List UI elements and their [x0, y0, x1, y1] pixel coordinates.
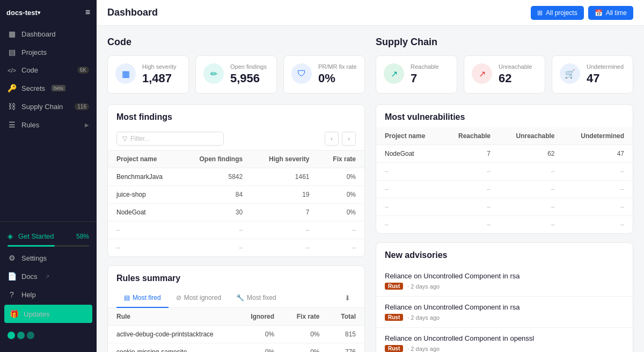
sidebar-item-get-started[interactable]: ◈ Get Started 58% [0, 227, 97, 245]
table-row[interactable]: NodeGoat 30 7 0% [108, 204, 364, 221]
logo [8, 332, 34, 339]
open-findings-icon: ✏ [203, 63, 224, 84]
page-title: Dashboard [107, 7, 158, 18]
next-button[interactable]: › [342, 132, 356, 146]
logo-area [0, 324, 97, 347]
cell-reach: – [442, 216, 499, 234]
sidebar-label-dashboard: Dashboard [21, 30, 56, 38]
supply-chain-badge: 116 [75, 103, 89, 110]
sidebar-label-projects: Projects [21, 48, 47, 56]
cell-open: – [181, 221, 251, 239]
cell-fix: – [318, 221, 364, 239]
cell-project: – [108, 221, 181, 239]
advisory-item[interactable]: Reliance on Uncontrolled Component in rs… [376, 297, 633, 328]
all-projects-button[interactable]: ⊞ All projects [531, 6, 584, 20]
advisory-title: Reliance on Uncontrolled Component in rs… [385, 272, 624, 280]
table-row[interactable]: cookie-missing-samesite 0% 0% 776 [108, 343, 364, 353]
table-row[interactable]: active-debug-code-printstacktrace 0% 0% … [108, 326, 364, 343]
advisory-meta: Rust · 2 days ago [385, 345, 624, 352]
cell-fix: 0% [318, 168, 364, 186]
sidebar-item-settings[interactable]: ⚙ Settings [0, 249, 97, 267]
most-findings-header: Most findings [108, 105, 364, 127]
get-started-icon: ◈ [8, 232, 13, 240]
logo-circle-1 [8, 332, 15, 339]
sidebar-item-code[interactable]: </> Code 6K [0, 61, 97, 79]
sidebar-item-secrets[interactable]: 🔑 Secrets beta [0, 79, 97, 97]
reachable-value: 7 [411, 71, 439, 85]
sidebar-item-rules[interactable]: ☰ Rules ▶ [0, 116, 97, 134]
most-vulnerabilities-card: Most vulnerabilities Project name Reacha… [376, 104, 633, 234]
col-vuln-reach: Reachable [442, 127, 499, 145]
dashboard-icon: ▦ [8, 30, 16, 38]
fix-rate-card[interactable]: 🛡 PR/MR fix rate 0% [283, 55, 365, 94]
tab-most-ignored[interactable]: ⊘ Most ignored [169, 289, 229, 308]
sidebar-item-dashboard[interactable]: ▦ Dashboard [0, 25, 97, 43]
progress-bar-fill [8, 245, 55, 247]
col-project: Project name [108, 150, 181, 168]
download-button[interactable]: ⬇ [339, 291, 356, 305]
topbar: Dashboard ⊞ All projects 📅 All time [97, 0, 644, 26]
cell-unreach: – [499, 163, 564, 181]
undetermined-card[interactable]: 🛒 Undetermined 47 [552, 55, 633, 94]
chevron-down-icon[interactable]: ▾ [38, 10, 40, 16]
tab-most-fired[interactable]: ▤ Most fired [116, 289, 169, 308]
table-row[interactable]: – – – – [108, 239, 364, 257]
reachable-info: Reachable 7 [411, 63, 439, 85]
table-row[interactable]: NodeGoat 7 62 47 [376, 145, 633, 163]
advisory-time: · 2 days ago [407, 346, 440, 352]
table-row[interactable]: BenchmarkJava 5842 1461 0% [108, 168, 364, 186]
lang-badge: Rust [385, 345, 403, 352]
prev-button[interactable]: ‹ [325, 132, 339, 146]
undetermined-icon: 🛒 [560, 63, 580, 84]
table-row[interactable]: – – – – [108, 221, 364, 239]
tab-most-fixed[interactable]: 🔧 Most fixed [229, 289, 284, 308]
high-severity-icon: ▦ [115, 63, 136, 84]
unreachable-card[interactable]: ↗ Unreachable 62 [464, 55, 545, 94]
table-row[interactable]: – – – – [376, 198, 633, 216]
sidebar-item-docs[interactable]: 📄 Docs ↗ [0, 267, 97, 285]
beta-badge: beta [52, 85, 65, 91]
sidebar-label-docs: Docs [21, 272, 38, 281]
advisory-item[interactable]: Reliance on Uncontrolled Component in op… [376, 328, 633, 352]
cell-total: 776 [328, 343, 364, 353]
table-row[interactable]: – – – – [376, 163, 633, 181]
rules-arrow-icon: ▶ [85, 122, 89, 128]
sidebar-header: docs-test ▾ ≡ [0, 0, 97, 25]
secrets-icon: 🔑 [8, 84, 16, 92]
fix-rate-label: PR/MR fix rate [318, 63, 357, 70]
sidebar-bottom: ◈ Get Started 58% ⚙ Settings 📄 Docs ↗ ? … [0, 221, 97, 352]
reachable-label: Reachable [411, 63, 439, 70]
reachable-card[interactable]: ↗ Reachable 7 [376, 55, 457, 94]
cell-project: – [376, 216, 442, 234]
table-row[interactable]: juice-shop 84 19 0% [108, 186, 364, 204]
high-severity-label: High severity [142, 63, 177, 70]
hamburger-icon[interactable]: ≡ [85, 8, 90, 17]
sidebar-item-help[interactable]: ? Help [0, 285, 97, 304]
unreachable-info: Unreachable 62 [499, 63, 532, 85]
advisory-item[interactable]: Reliance on Uncontrolled Component in rs… [376, 265, 633, 297]
topbar-actions: ⊞ All projects 📅 All time [531, 6, 633, 20]
table-row[interactable]: – – – – [376, 216, 633, 234]
table-row[interactable]: – – – – [376, 181, 633, 198]
sidebar-item-supply-chain[interactable]: ⛓ Supply Chain 116 [0, 97, 97, 116]
cell-ignored: 0% [237, 343, 283, 353]
advisory-time: · 2 days ago [407, 283, 440, 290]
calendar-icon: 📅 [595, 9, 603, 17]
high-severity-card[interactable]: ▦ High severity 1,487 [107, 55, 189, 94]
sidebar-item-projects[interactable]: ▤ Projects [0, 43, 97, 61]
all-time-button[interactable]: 📅 All time [588, 6, 633, 20]
sidebar-item-updates[interactable]: 🎁 Updates [4, 305, 92, 323]
open-findings-card[interactable]: ✏ Open findings 5,956 [195, 55, 277, 94]
docs-icon: 📄 [8, 272, 16, 281]
cell-open: 30 [181, 204, 251, 221]
advisory-title: Reliance on Uncontrolled Component in op… [385, 334, 624, 342]
cell-undet: 47 [564, 145, 633, 163]
filter-input[interactable]: ▽ Filter... [116, 132, 224, 146]
col-rule: Rule [108, 308, 237, 326]
cell-fix: 0% [318, 204, 364, 221]
advisories-title: New advisories [385, 250, 624, 260]
cell-rule: active-debug-code-printstacktrace [108, 326, 237, 343]
rules-summary-card: Rules summary ▤ Most fired ⊘ Most ignore… [107, 265, 365, 352]
cell-fix: 0% [318, 186, 364, 204]
filter-placeholder: Filter... [130, 135, 150, 142]
